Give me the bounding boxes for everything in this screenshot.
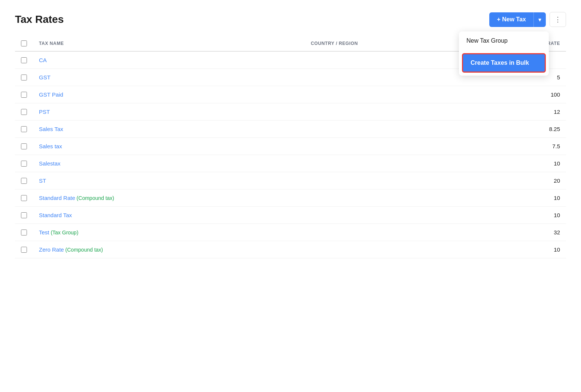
table-body: CAGST5GST Paid100PST12Sales Tax8.25Sales…: [15, 51, 566, 258]
dropdown-menu: New Tax Group Create Taxes in Bulk: [459, 31, 549, 76]
tax-name-link[interactable]: PST: [39, 109, 50, 115]
row-checkbox[interactable]: [21, 92, 27, 98]
row-checkbox[interactable]: [21, 126, 27, 132]
row-checkbox-cell: [15, 207, 33, 224]
row-checkbox[interactable]: [21, 75, 27, 80]
tax-name-link[interactable]: GST: [39, 74, 51, 80]
tax-name-extra: (Compound tax): [64, 247, 103, 253]
table-row: GST Paid100: [15, 86, 566, 103]
row-checkbox-cell: [15, 172, 33, 189]
row-rate: 12: [489, 103, 566, 121]
row-rate: 10: [489, 189, 566, 207]
row-tax-name: Sales Tax: [33, 121, 305, 138]
row-tax-name: CA: [33, 51, 305, 69]
tax-name-link[interactable]: ST: [39, 177, 46, 184]
row-rate: 32: [489, 224, 566, 241]
header-actions: + New Tax ▾ ⋮ New Tax Group Create Taxes…: [489, 12, 566, 27]
row-checkbox[interactable]: [21, 230, 27, 235]
more-options-button[interactable]: ⋮: [550, 12, 566, 27]
tax-name-link[interactable]: Salestax: [39, 160, 61, 167]
row-checkbox-cell: [15, 103, 33, 121]
chevron-down-icon: ▾: [538, 16, 541, 23]
row-country: [305, 138, 489, 155]
row-checkbox[interactable]: [21, 57, 27, 63]
row-tax-name: GST Paid: [33, 86, 305, 103]
new-tax-button[interactable]: + New Tax: [489, 12, 533, 27]
page-title: Tax Rates: [15, 13, 64, 25]
table-row: Salestax10: [15, 155, 566, 172]
row-tax-name: Standard Rate (Compound tax): [33, 189, 305, 207]
row-country: [305, 103, 489, 121]
row-checkbox-cell: [15, 69, 33, 86]
row-checkbox-cell: [15, 121, 33, 138]
tax-name-link[interactable]: Sales tax: [39, 143, 62, 149]
tax-name-link[interactable]: GST Paid: [39, 91, 63, 98]
table-row: Sales tax7.5: [15, 138, 566, 155]
tax-name-link[interactable]: Standard Rate: [39, 195, 75, 201]
table-row: Sales Tax8.25: [15, 121, 566, 138]
table-row: Zero Rate (Compound tax)10: [15, 241, 566, 258]
row-country: [305, 172, 489, 189]
tax-name-extra: (Compound tax): [75, 195, 114, 201]
page-container: Tax Rates + New Tax ▾ ⋮ New Tax Group Cr…: [0, 0, 581, 392]
row-checkbox-cell: [15, 189, 33, 207]
row-tax-name: GST: [33, 69, 305, 86]
tax-name-link[interactable]: Sales Tax: [39, 126, 63, 132]
new-tax-group-item[interactable]: New Tax Group: [459, 31, 549, 50]
table-row: ST20: [15, 172, 566, 189]
header-tax-name-col: TAX NAME: [33, 36, 305, 51]
row-tax-name: ST: [33, 172, 305, 189]
row-rate: 8.25: [489, 121, 566, 138]
row-country: [305, 241, 489, 258]
row-rate: 10: [489, 155, 566, 172]
new-tax-button-group: + New Tax ▾: [489, 12, 546, 27]
table-row: Standard Tax10: [15, 207, 566, 224]
row-checkbox-cell: [15, 138, 33, 155]
tax-name-link[interactable]: Test: [39, 229, 49, 235]
row-checkbox-cell: [15, 155, 33, 172]
row-checkbox[interactable]: [21, 178, 27, 184]
row-tax-name: PST: [33, 103, 305, 121]
table-row: Test (Tax Group)32: [15, 224, 566, 241]
row-checkbox[interactable]: [21, 143, 27, 149]
row-checkbox[interactable]: [21, 161, 27, 167]
row-country: [305, 121, 489, 138]
row-rate: 10: [489, 241, 566, 258]
row-country: [305, 155, 489, 172]
row-rate: 7.5: [489, 138, 566, 155]
row-country: [305, 86, 489, 103]
row-checkbox-cell: [15, 241, 33, 258]
table-row: PST12: [15, 103, 566, 121]
row-checkbox[interactable]: [21, 195, 27, 201]
tax-name-extra: (Tax Group): [49, 230, 79, 235]
row-rate: 10: [489, 207, 566, 224]
row-checkbox-cell: [15, 51, 33, 69]
row-checkbox[interactable]: [21, 247, 27, 253]
row-country: [305, 207, 489, 224]
row-tax-name: Standard Tax: [33, 207, 305, 224]
row-checkbox[interactable]: [21, 109, 27, 115]
new-tax-dropdown-button[interactable]: ▾: [533, 12, 546, 27]
row-checkbox-cell: [15, 86, 33, 103]
tax-name-link[interactable]: Standard Tax: [39, 212, 72, 218]
select-all-checkbox[interactable]: [21, 40, 27, 46]
header-checkbox-col: [15, 36, 33, 51]
row-country: [305, 189, 489, 207]
row-tax-name: Test (Tax Group): [33, 224, 305, 241]
create-taxes-bulk-item[interactable]: Create Taxes in Bulk: [462, 53, 546, 73]
row-rate: 20: [489, 172, 566, 189]
table-row: Standard Rate (Compound tax)10: [15, 189, 566, 207]
row-checkbox[interactable]: [21, 212, 27, 218]
page-header: Tax Rates + New Tax ▾ ⋮ New Tax Group Cr…: [15, 12, 566, 27]
tax-name-link[interactable]: CA: [39, 57, 47, 63]
row-rate: 100: [489, 86, 566, 103]
tax-name-link[interactable]: Zero Rate: [39, 246, 64, 253]
row-country: [305, 224, 489, 241]
row-tax-name: Zero Rate (Compound tax): [33, 241, 305, 258]
row-checkbox-cell: [15, 224, 33, 241]
row-tax-name: Salestax: [33, 155, 305, 172]
row-tax-name: Sales tax: [33, 138, 305, 155]
